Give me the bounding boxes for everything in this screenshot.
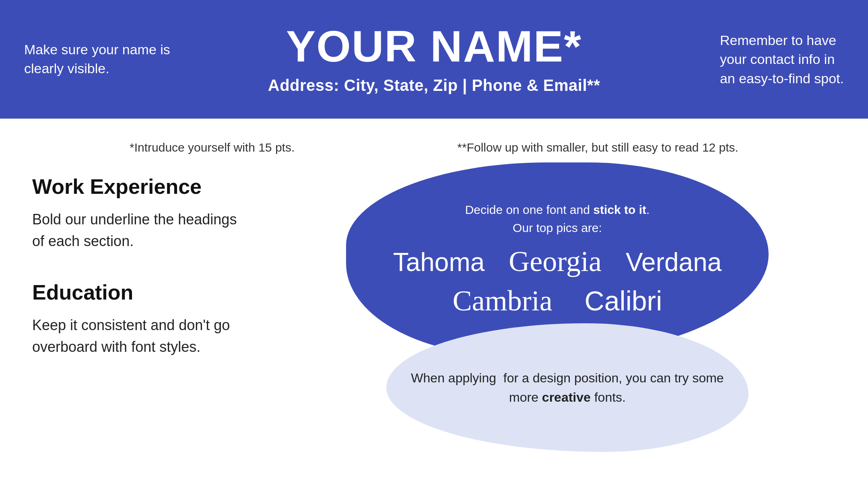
- font-blob-intro: Decide on one font and stick to it. Our …: [465, 201, 650, 237]
- work-experience-body: Bold our underline the headingsof each s…: [32, 209, 314, 252]
- font-calibri: Calibri: [585, 285, 662, 316]
- contact-info-line: Address: City, State, Zip | Phone & Emai…: [268, 76, 600, 94]
- left-content: Work Experience Bold our underline the h…: [32, 175, 314, 452]
- header-section: Make sure your name is clearly visible. …: [0, 0, 868, 119]
- creative-blob-wrapper: When applying for a design position, you…: [346, 323, 836, 452]
- main-name-heading: YOUR NAME*: [286, 24, 582, 68]
- right-tip-line3: an easy-to-find spot.: [720, 70, 844, 86]
- font-row-2: Cambria Calibri: [453, 284, 662, 318]
- right-tip-line1: Remember to have: [720, 32, 836, 47]
- header-center: YOUR NAME* Address: City, State, Zip | P…: [268, 24, 600, 94]
- education-body: Keep it consistent and don't gooverboard…: [32, 314, 314, 358]
- work-experience-heading: Work Experience: [32, 175, 314, 199]
- right-tip-line2: your contact info in: [720, 51, 835, 67]
- font-tahoma: Tahoma: [393, 247, 485, 277]
- left-tip-text: Make sure your name is clearly visible.: [24, 42, 170, 76]
- font-cambria: Cambria: [453, 284, 553, 318]
- header-left-tip: Make sure your name is clearly visible.: [24, 40, 177, 78]
- footnote-2: **Follow up with smaller, but still easy…: [457, 141, 738, 154]
- font-row-1: Tahoma Georgia Verdana: [393, 245, 722, 278]
- header-right-tip: Remember to have your contact info in an…: [720, 31, 844, 88]
- creative-text: When applying for a design position, you…: [410, 368, 724, 407]
- education-heading: Education: [32, 280, 314, 304]
- font-georgia: Georgia: [509, 245, 602, 278]
- font-verdana: Verdana: [626, 247, 722, 277]
- creative-blob: When applying for a design position, you…: [386, 323, 748, 452]
- footnote-1: *Intruduce yourself with 15 pts.: [130, 141, 295, 154]
- footnotes-section: *Intruduce yourself with 15 pts. **Follo…: [0, 119, 868, 166]
- right-content: Decide on one font and stick to it. Our …: [346, 162, 836, 452]
- content-section: Work Experience Bold our underline the h…: [0, 166, 868, 468]
